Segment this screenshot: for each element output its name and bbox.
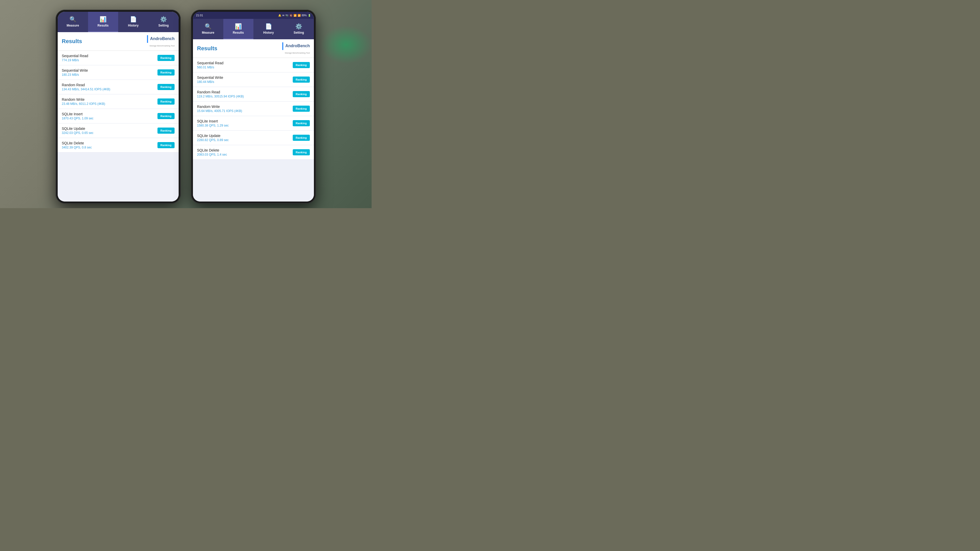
benchmark-name: Sequential Write [62, 68, 158, 73]
ranking-button[interactable]: Ranking [158, 98, 175, 105]
benchmark-name: SQLite Update [62, 127, 158, 130]
benchmark-value: 134.43 MB/s, 34414.51 IOPS (4KB) [62, 87, 158, 91]
benchmark-info: Random Write 15.64 MB/s, 4005.71 IOPS (4… [197, 105, 293, 113]
benchmark-name: SQLite Update [197, 134, 293, 138]
measure-label-left: Measure [67, 24, 79, 27]
list-item: Random Write 15.64 MB/s, 4005.71 IOPS (4… [193, 102, 314, 116]
list-item: Sequential Read 774.19 MB/s Ranking [58, 51, 179, 65]
tab-measure-left[interactable]: 🔍 Measure [58, 12, 88, 32]
ranking-button[interactable]: Ranking [293, 106, 310, 112]
benchmark-list-right: Sequential Read 560.01 MB/s Ranking Sequ… [193, 58, 314, 160]
benchmark-name: SQLite Delete [197, 148, 293, 152]
benchmark-info: Random Write 23.48 MB/s, 6011.2 IOPS (4K… [62, 97, 158, 106]
benchmark-info: SQLite Update 3242.03 QPS, 0.65 sec [62, 127, 158, 135]
benchmark-value: 119.2 MB/s, 30515.94 IOPS (4KB) [197, 95, 293, 98]
logo-bar-right [282, 42, 283, 50]
list-item: SQLite Update 3242.03 QPS, 0.65 sec Rank… [58, 124, 179, 138]
benchmark-name: SQLite Delete [62, 141, 158, 145]
benchmark-value: 774.19 MB/s [62, 59, 158, 62]
setting-label-right: Setting [293, 31, 304, 35]
benchmark-list-left: Sequential Read 774.19 MB/s Ranking Sequ… [58, 51, 179, 152]
list-item: Random Read 119.2 MB/s, 30515.94 IOPS (4… [193, 87, 314, 102]
content-left: Results AndroBench Storage Benchmarking … [58, 32, 179, 202]
measure-icon-left: 🔍 [69, 16, 76, 23]
benchmark-name: SQLite Insert [62, 112, 158, 116]
list-item: SQLite Update 2280.82 QPS, 0.89 sec Rank… [193, 130, 314, 145]
benchmark-value: 560.01 MB/s [197, 65, 293, 69]
benchmark-info: Sequential Write 180.44 MB/s [197, 76, 293, 84]
tab-history-right[interactable]: 📄 History [253, 19, 284, 39]
ranking-button[interactable]: Ranking [158, 55, 175, 61]
history-icon-left: 📄 [130, 16, 137, 23]
results-title-left: Results [62, 38, 82, 44]
androbench-subtitle-right: Storage Benchmarking Tool [285, 52, 310, 54]
benchmark-value: 2083.03 QPS, 1.4 sec [197, 153, 293, 156]
history-icon-right: 📄 [265, 23, 272, 30]
benchmark-value: 15.64 MB/s, 4005.71 IOPS (4KB) [197, 109, 293, 113]
benchmark-info: Sequential Write 180.23 MB/s [62, 68, 158, 76]
phone-left-nav: 🔍 Measure 📊 Results 📄 History ⚙️ Setting [58, 12, 179, 32]
tab-results-right[interactable]: 📊 Results [223, 19, 254, 39]
tab-results-left[interactable]: 📊 Results [88, 12, 118, 32]
benchmark-name: Sequential Read [62, 54, 158, 58]
benchmark-info: SQLite Delete 3402.39 QPS, 0.8 sec [62, 141, 158, 149]
results-icon-right: 📊 [235, 23, 242, 30]
measure-label-right: Measure [202, 31, 215, 35]
benchmark-name: Random Read [62, 83, 158, 87]
benchmark-info: SQLite Insert 1580.38 QPS, 1.29 sec [197, 119, 293, 127]
notification-icon: 🔔 [278, 14, 281, 17]
ranking-button[interactable]: Ranking [293, 120, 310, 126]
tab-measure-right[interactable]: 🔍 Measure [193, 19, 223, 39]
status-time: 21:01 [196, 14, 203, 17]
benchmark-name: SQLite Insert [197, 119, 293, 123]
androbench-name-right: AndroBench [285, 44, 310, 48]
benchmark-value: 180.44 MB/s [197, 80, 293, 84]
phone-right-screen: 21:01 🔔 ✉ 📷 🔇 📶 📶 89% 🔋 🔍 Measure [193, 12, 314, 202]
ranking-button[interactable]: Ranking [293, 62, 310, 68]
results-icon-left: 📊 [100, 16, 107, 23]
results-label-right: Results [233, 31, 244, 35]
ranking-button[interactable]: Ranking [158, 142, 175, 148]
setting-icon-right: ⚙️ [295, 23, 302, 30]
status-icons-right: 🔔 ✉ 📷 🔇 📶 📶 89% 🔋 [278, 14, 311, 17]
benchmark-value: 3402.39 QPS, 0.8 sec [62, 146, 158, 149]
phone-left: 🔍 Measure 📊 Results 📄 History ⚙️ Setting [56, 10, 181, 203]
ranking-button[interactable]: Ranking [293, 91, 310, 97]
benchmark-name: Sequential Read [197, 61, 293, 65]
history-label-right: History [263, 31, 274, 35]
benchmark-info: Sequential Read 560.01 MB/s [197, 61, 293, 69]
mute-icon: 🔇 [290, 14, 293, 17]
status-bar-right: 21:01 🔔 ✉ 📷 🔇 📶 📶 89% 🔋 [193, 12, 314, 19]
benchmark-value: 1580.38 QPS, 1.29 sec [197, 124, 293, 127]
benchmark-name: Random Write [62, 97, 158, 102]
ranking-button[interactable]: Ranking [158, 127, 175, 134]
list-item: SQLite Delete 2083.03 QPS, 1.4 sec Ranki… [193, 145, 314, 160]
list-item: SQLite Insert 1870.43 QPS, 1.09 sec Rank… [58, 109, 179, 124]
benchmark-info: Random Read 134.43 MB/s, 34414.51 IOPS (… [62, 83, 158, 91]
benchmark-value: 2280.82 QPS, 0.89 sec [197, 138, 293, 142]
androbench-logo-right: AndroBench Storage Benchmarking Tool [282, 42, 310, 55]
benchmark-value: 1870.43 QPS, 1.09 sec [62, 117, 158, 120]
measure-icon-right: 🔍 [205, 23, 212, 30]
ranking-button[interactable]: Ranking [293, 149, 310, 156]
tab-history-left[interactable]: 📄 History [118, 12, 148, 32]
benchmark-value: 3242.03 QPS, 0.65 sec [62, 131, 158, 135]
androbench-subtitle-left: Storage Benchmarking Tool [150, 44, 175, 47]
phone-right: 21:01 🔔 ✉ 📷 🔇 📶 📶 89% 🔋 🔍 Measure [191, 10, 316, 203]
ranking-button[interactable]: Ranking [293, 135, 310, 141]
tab-setting-left[interactable]: ⚙️ Setting [148, 12, 179, 32]
ranking-button[interactable]: Ranking [158, 69, 175, 76]
history-label-left: History [128, 24, 138, 27]
phone-right-nav: 🔍 Measure 📊 Results 📄 History ⚙️ Setting [193, 19, 314, 39]
ranking-button[interactable]: Ranking [293, 76, 310, 83]
ranking-button[interactable]: Ranking [158, 113, 175, 119]
results-header-right: Results AndroBench Storage Benchmarking … [193, 39, 314, 58]
wifi-icon: 📶 [293, 14, 297, 17]
benchmark-info: SQLite Update 2280.82 QPS, 0.89 sec [197, 134, 293, 142]
ranking-button[interactable]: Ranking [158, 84, 175, 90]
benchmark-name: Sequential Write [197, 76, 293, 79]
tab-setting-right[interactable]: ⚙️ Setting [284, 19, 314, 39]
benchmark-name: Random Read [197, 90, 293, 94]
logo-bar-left [147, 35, 148, 43]
phone-left-screen: 🔍 Measure 📊 Results 📄 History ⚙️ Setting [58, 12, 179, 202]
